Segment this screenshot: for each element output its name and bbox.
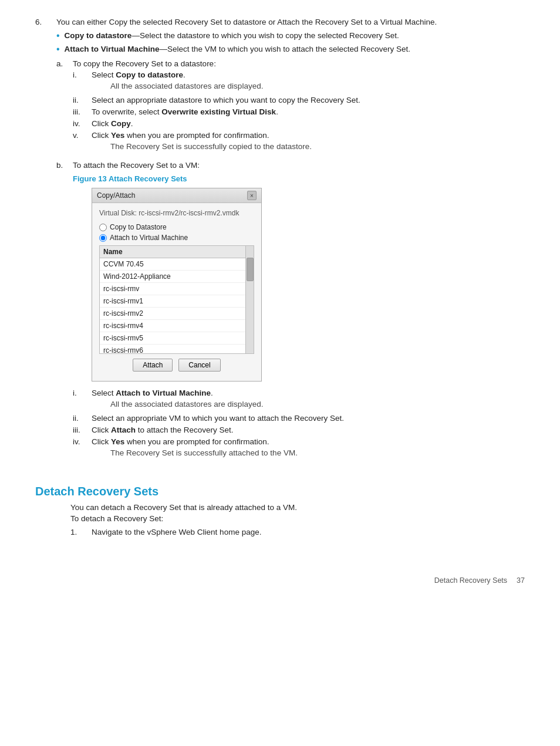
roman-b-iv-indent: The Recovery Set is successfully attache… [110, 448, 525, 457]
roman-b-iv-content: Click Yes when you are prompted for conf… [92, 437, 525, 460]
dialog-list-header-name: Name [103, 248, 123, 256]
list-item[interactable]: rc-iscsi-rmv4 [100, 320, 254, 332]
bullet-copy-suffix: Select the datastore to which you wish t… [140, 31, 399, 40]
roman-a-v-prefix: Click [92, 131, 111, 140]
section-detach: Detach Recovery Sets You can detach a Re… [35, 485, 525, 536]
copy-to-datastore-label: Copy to Datastore [110, 223, 167, 231]
roman-b-i-indent: All the associated datastores are displa… [110, 400, 525, 409]
list-item[interactable]: rc-iscsi-rmv2 [100, 308, 254, 320]
roman-b-i: i. Select Attach to Virtual Machine. All… [73, 389, 525, 411]
roman-a-i-content: Select Copy to datastore. All the associ… [92, 70, 525, 93]
dialog-close-button[interactable]: × [247, 191, 257, 200]
dialog-vdisk-label: Virtual Disk: [99, 209, 137, 217]
roman-a-v-label: v. [73, 131, 92, 153]
roman-list-b: i. Select Attach to Virtual Machine. All… [73, 389, 525, 460]
dialog-list-header: Name ▲ [100, 246, 254, 258]
roman-b-i-label: i. [73, 389, 92, 411]
roman-a-ii-label: ii. [73, 96, 92, 104]
roman-b-iii: iii. Click Attach to attach the Recovery… [73, 426, 525, 434]
bullet-attach-prefix: Attach to Virtual Machine [65, 45, 160, 53]
copy-to-datastore-radio[interactable] [99, 224, 107, 231]
roman-b-iii-prefix: Click [92, 426, 111, 434]
roman-a-v-bold: Yes [111, 131, 124, 140]
dialog-buttons: Attach Cancel [99, 354, 254, 375]
roman-a-v-indent: The Recovery Set is successfully copied … [110, 142, 525, 151]
list-item[interactable]: rc-iscsi-rmv6 [100, 345, 254, 354]
roman-b-iv-prefix: Click [92, 437, 111, 446]
alpha-a-label: a. [56, 59, 73, 156]
dialog-vdisk-row: Virtual Disk: rc-iscsi-rmv2/rc-iscsi-rmv… [99, 209, 254, 217]
roman-a-iv-content: Click Copy. [92, 119, 525, 128]
bullet-attach-dash: — [159, 45, 167, 53]
roman-a-v-content: Click Yes when you are prompted for conf… [92, 131, 525, 153]
roman-a-v: v. Click Yes when you are prompted for c… [73, 131, 525, 153]
alpha-b-content: To attach the Recovery Set to a VM: Figu… [73, 161, 525, 463]
detach-step-1-number: 1. [70, 528, 92, 536]
alpha-b-text: To attach the Recovery Set to a VM: [73, 161, 525, 170]
bullet-copy-dash: — [131, 31, 140, 40]
roman-a-ii: ii. Select an appropriate datastore to w… [73, 96, 525, 104]
bullet-attach-suffix: Select the VM to which you wish to attac… [167, 45, 410, 53]
roman-a-ii-text: Select an appropriate datastore to which… [92, 96, 360, 104]
list-item[interactable]: CCVM 70.45 [100, 258, 254, 271]
attach-to-vm-radio[interactable] [99, 234, 107, 242]
dialog-body: Virtual Disk: rc-iscsi-rmv2/rc-iscsi-rmv… [92, 203, 261, 381]
roman-a-iii-bold: Overwrite existing Virtual Disk [161, 107, 276, 116]
list-item[interactable]: rc-iscsi-rmv [100, 283, 254, 295]
step-6-bullets: Copy to datastore—Select the datastore t… [56, 31, 525, 55]
roman-b-iv-suffix: when you are prompted for confirmation. [124, 437, 269, 446]
roman-a-i-prefix: Select [92, 70, 116, 79]
list-item[interactable]: rc-iscsi-rmv5 [100, 332, 254, 345]
roman-a-i-label: i. [73, 70, 92, 93]
scroll-thumb [247, 258, 254, 281]
section-heading: Detach Recovery Sets [35, 485, 525, 498]
detach-step-1: 1. Navigate to the vSphere Web Client ho… [70, 528, 525, 536]
bullet-copy-prefix: Copy to datastore [65, 31, 132, 40]
dialog-vdisk-value: rc-iscsi-rmv2/rc-iscsi-rmv2.vmdk [139, 209, 239, 217]
roman-list-a: i. Select Copy to datastore. All the ass… [73, 70, 525, 153]
roman-a-iv-prefix: Click [92, 119, 111, 128]
footer-page-number: 37 [517, 576, 525, 585]
roman-b-iii-bold: Attach [111, 426, 136, 434]
roman-a-iv-label: iv. [73, 119, 92, 128]
roman-a-iv-bold: Copy [111, 119, 131, 128]
dialog-vm-list[interactable]: Name ▲ CCVM 70.45Wind-2012-Appliancerc-i… [99, 245, 254, 354]
roman-a-ii-content: Select an appropriate datastore to which… [92, 96, 525, 104]
list-item[interactable]: Wind-2012-Appliance [100, 271, 254, 283]
dialog-titlebar: Copy/Attach × [92, 188, 261, 203]
roman-a-v-suffix: when you are prompted for confirmation. [124, 131, 269, 140]
list-item[interactable]: rc-iscsi-rmv1 [100, 295, 254, 308]
step-6-content: You can either Copy the selected Recover… [56, 18, 525, 467]
attach-button[interactable]: Attach [133, 359, 173, 372]
main-content: 6. You can either Copy the selected Reco… [35, 18, 525, 585]
step-6-row: 6. You can either Copy the selected Reco… [35, 18, 525, 467]
roman-a-iii-suffix: . [276, 107, 278, 116]
roman-a-i-suffix: . [183, 70, 185, 79]
dialog-title-label: Copy/Attach [97, 191, 135, 200]
roman-a-iv-suffix: . [131, 119, 133, 128]
attach-to-vm-radio-row[interactable]: Attach to Virtual Machine [99, 234, 254, 242]
roman-b-i-prefix: Select [92, 389, 116, 397]
figure-wrapper: Figure 13 Attach Recovery Sets Copy/Atta… [73, 174, 525, 382]
roman-a-i: i. Select Copy to datastore. All the ass… [73, 70, 525, 93]
cancel-button[interactable]: Cancel [178, 359, 220, 372]
copy-to-datastore-radio-row[interactable]: Copy to Datastore [99, 223, 254, 231]
roman-b-i-content: Select Attach to Virtual Machine. All th… [92, 389, 525, 411]
section-para1: You can detach a Recovery Set that is al… [70, 503, 525, 512]
section-para2: To detach a Recovery Set: [70, 514, 525, 523]
roman-b-iii-content: Click Attach to attach the Recovery Set. [92, 426, 525, 434]
alpha-a-text: To copy the Recovery Set to a datastore: [73, 59, 525, 68]
roman-a-i-bold: Copy to datastore [116, 70, 183, 79]
roman-b-iv-label: iv. [73, 437, 92, 460]
dialog-scrollbar[interactable] [245, 246, 254, 353]
roman-a-iii-content: To overwrite, select Overwrite existing … [92, 107, 525, 116]
roman-b-iii-label: iii. [73, 426, 92, 434]
detach-step-1-text: Navigate to the vSphere Web Client home … [92, 528, 525, 536]
roman-a-iv: iv. Click Copy. [73, 119, 525, 128]
roman-b-i-bold: Attach to Virtual Machine [116, 389, 211, 397]
roman-b-iv-bold: Yes [111, 437, 124, 446]
roman-b-ii-label: ii. [73, 414, 92, 423]
dialog-wrapper: Copy/Attach × Virtual Disk: rc-iscsi-rmv… [92, 188, 525, 382]
bullet-attach: Attach to Virtual Machine—Select the VM … [56, 45, 525, 55]
roman-a-iii-prefix: To overwrite, select [92, 107, 161, 116]
